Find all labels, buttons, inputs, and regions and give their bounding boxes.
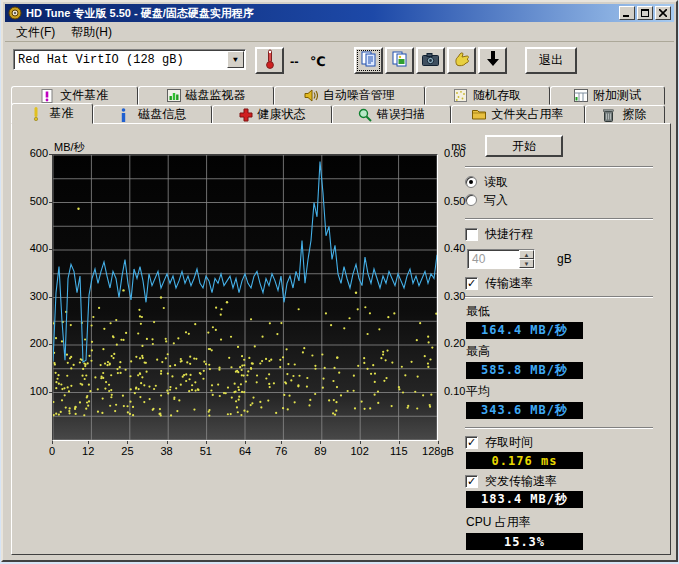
benchmark-icon — [31, 107, 45, 120]
tab-label: 文件夹占用率 — [491, 106, 563, 123]
short-stroke-size-input[interactable]: 40 ▲ ▼ — [467, 249, 535, 269]
tab-folder-usage[interactable]: 文件夹占用率 — [451, 105, 585, 124]
copy-image-button[interactable] — [385, 47, 414, 74]
min-value-display: 164.4 MB/秒 — [466, 322, 583, 339]
read-radio[interactable] — [465, 176, 477, 188]
x-tick-label: 76 — [261, 445, 301, 457]
file-benchmark-icon — [41, 89, 55, 102]
transfer-rate-checkbox[interactable]: ✓ — [465, 277, 478, 290]
app-window: HD Tune 专业版 5.50 - 硬盘/固态硬盘实用程序 文件(F) 帮助(… — [1, 0, 678, 562]
tab-label: 错误扫描 — [377, 106, 425, 123]
benchmark-panel: MB/秒 ms — [11, 123, 671, 555]
temperature-button[interactable] — [255, 47, 284, 74]
tab-random-access[interactable]: 随机存取 — [425, 86, 550, 105]
spin-down-icon[interactable]: ▼ — [519, 259, 534, 268]
tick-mark — [49, 154, 52, 155]
spin-up-icon[interactable]: ▲ — [519, 250, 534, 259]
tick-mark — [49, 297, 52, 298]
tab-health[interactable]: 健康状态 — [212, 105, 331, 124]
read-radio-row[interactable]: 读取 — [465, 174, 653, 190]
tab-row-front: 基准 磁盘信息 健康状态 错误扫描 文件夹占用率 擦除 — [11, 105, 665, 124]
tick-mark — [320, 441, 321, 444]
tab-benchmark[interactable]: 基准 — [11, 103, 93, 124]
copy-image-icon — [392, 51, 408, 70]
access-time-row[interactable]: ✓ 存取时间 — [465, 434, 653, 450]
window-title: HD Tune 专业版 5.50 - 硬盘/固态硬盘实用程序 — [26, 6, 619, 21]
maximize-button[interactable] — [637, 6, 653, 20]
x-tick-label: 38 — [147, 445, 187, 457]
short-stroke-size-row: 40 ▲ ▼ gB — [467, 249, 653, 269]
temperature-unit: ℃ — [310, 54, 326, 69]
tick-mark — [399, 441, 400, 444]
close-button[interactable] — [655, 6, 671, 20]
avg-value-display: 343.6 MB/秒 — [466, 402, 583, 419]
chevron-down-icon[interactable]: ▼ — [227, 51, 244, 68]
menu-file[interactable]: 文件(F) — [9, 22, 62, 43]
health-icon — [239, 108, 253, 121]
tick-mark — [206, 441, 207, 444]
camera-icon — [422, 53, 439, 69]
burst-rate-checkbox[interactable]: ✓ — [465, 475, 478, 488]
burst-rate-label: 突发传输速率 — [485, 473, 557, 490]
camera-button[interactable] — [416, 47, 445, 74]
x-tick-label: 102 — [340, 445, 380, 457]
y-left-tick-label: 600 — [18, 147, 48, 159]
start-button[interactable]: 开始 — [485, 135, 563, 157]
tab-aam[interactable]: 自动噪音管理 — [274, 86, 425, 105]
tick-mark — [438, 441, 439, 444]
tick-mark — [49, 202, 52, 203]
exit-button[interactable]: 退出 — [525, 47, 577, 74]
aam-speaker-icon — [304, 89, 318, 102]
tab-erase[interactable]: 擦除 — [585, 105, 665, 124]
tick-mark — [49, 249, 52, 250]
x-tick-label: 128gB — [418, 445, 458, 457]
cpu-usage-display: 15.3% — [466, 533, 583, 550]
tab-row-back: 文件基准 磁盘监视器 自动噪音管理 随机存取 附加测试 — [11, 86, 665, 105]
transfer-rate-row[interactable]: ✓ 传输速率 — [465, 275, 653, 291]
tick-mark — [49, 344, 52, 345]
burst-rate-row[interactable]: ✓ 突发传输速率 — [465, 473, 653, 489]
x-tick-label: 115 — [379, 445, 419, 457]
x-tick-label: 64 — [225, 445, 265, 457]
burst-rate-display: 183.4 MB/秒 — [466, 491, 583, 508]
write-radio-row[interactable]: 写入 — [465, 192, 653, 208]
x-tick-label: 0 — [32, 445, 72, 457]
short-stroke-row[interactable]: ✓ 快捷行程 — [465, 226, 653, 242]
save-download-button[interactable] — [478, 47, 507, 74]
access-time-checkbox[interactable]: ✓ — [465, 436, 478, 449]
short-stroke-size-value: 40 — [468, 250, 519, 268]
titlebar: HD Tune 专业版 5.50 - 硬盘/固态硬盘实用程序 — [5, 4, 674, 22]
x-tick-label: 51 — [186, 445, 226, 457]
tab-extra-tests[interactable]: 附加测试 — [550, 86, 665, 105]
max-value-display: 585.8 MB/秒 — [466, 362, 583, 379]
plot-area — [52, 154, 438, 441]
error-scan-icon — [358, 108, 372, 121]
tab-label: 健康状态 — [258, 106, 306, 123]
extra-tests-icon — [574, 89, 588, 102]
y-left-tick-label: 300 — [18, 290, 48, 302]
erase-icon — [603, 108, 617, 121]
copy-text-button[interactable] — [354, 47, 383, 74]
access-time-label: 存取时间 — [485, 434, 533, 451]
menu-help[interactable]: 帮助(H) — [64, 22, 119, 43]
tab-error-scan[interactable]: 错误扫描 — [332, 105, 451, 124]
drive-select[interactable]: Red Hat VirtIO (128 gB) ▼ — [13, 49, 246, 70]
donate-hand-button[interactable] — [447, 47, 476, 74]
menubar: 文件(F) 帮助(H) — [5, 23, 674, 42]
short-stroke-checkbox[interactable]: ✓ — [465, 228, 478, 241]
x-tick-label: 89 — [300, 445, 340, 457]
tab-disk-monitor[interactable]: 磁盘监视器 — [138, 86, 274, 105]
tick-mark — [49, 392, 52, 393]
minimize-button[interactable] — [619, 6, 635, 20]
benchmark-chart: MB/秒 ms — [12, 124, 474, 484]
tick-mark — [245, 441, 246, 444]
access-time-display: 0.176 ms — [466, 452, 583, 469]
write-radio[interactable] — [465, 194, 477, 206]
min-label: 最低 — [466, 303, 653, 320]
tab-disk-info[interactable]: 磁盘信息 — [93, 105, 212, 124]
tick-mark — [127, 441, 128, 444]
y-left-axis-unit: MB/秒 — [54, 140, 85, 155]
random-access-icon — [454, 89, 468, 102]
cpu-usage-label: CPU 占用率 — [466, 514, 653, 531]
tick-mark — [88, 441, 89, 444]
